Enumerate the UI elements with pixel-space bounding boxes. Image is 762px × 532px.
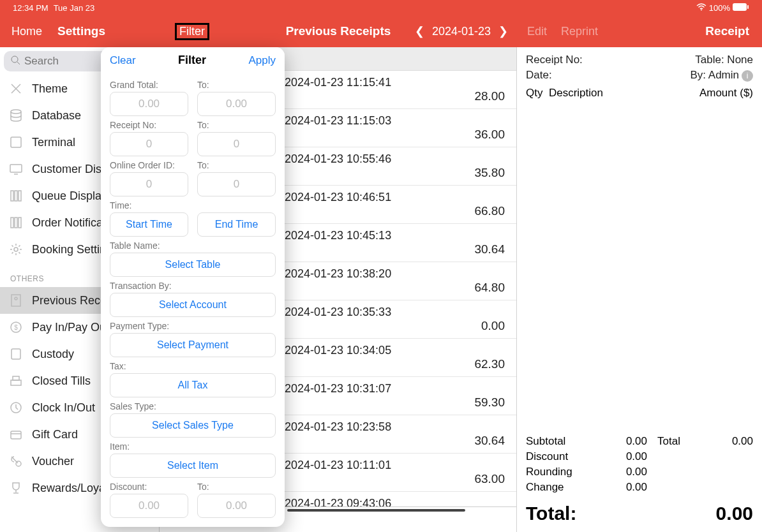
transaction-by-label: Transaction By:	[110, 281, 276, 291]
edit-button[interactable]: Edit	[527, 25, 547, 38]
item-label: Item:	[110, 441, 276, 452]
gift-icon	[9, 427, 23, 441]
svg-rect-13	[15, 218, 17, 228]
grand-total-to-input[interactable]: 0.00	[197, 92, 276, 116]
receipt-table-label: Table: None	[695, 54, 753, 66]
popover-title: Filter	[178, 54, 206, 67]
date-label[interactable]: 2024-01-23	[432, 25, 491, 38]
row-timestamp: 2024-01-23 10:46:51	[285, 191, 391, 204]
select-table-button[interactable]: Select Table	[110, 253, 276, 277]
battery-icon	[733, 3, 749, 13]
row-timestamp: 2024-01-23 10:55:46	[285, 152, 391, 166]
select-payment-button[interactable]: Select Payment	[110, 333, 276, 357]
svg-rect-14	[19, 218, 21, 228]
svg-rect-24	[11, 431, 21, 439]
theme-icon	[9, 82, 23, 96]
scroll-indicator[interactable]	[287, 509, 465, 512]
svg-rect-22	[13, 376, 19, 380]
info-icon[interactable]: i	[742, 70, 753, 82]
receipt-no-to-label: To:	[197, 120, 276, 130]
time-label: Time:	[110, 200, 276, 211]
rounding-value: 0.00	[609, 466, 647, 478]
voucher-icon	[9, 454, 23, 468]
display-icon	[9, 162, 23, 176]
svg-rect-10	[15, 191, 17, 201]
row-amount: 64.80	[474, 281, 505, 295]
all-tax-button[interactable]: All Tax	[110, 373, 276, 397]
clock-icon	[9, 401, 23, 415]
queue-icon	[9, 189, 23, 203]
online-id-to-label: To:	[197, 160, 276, 170]
svg-rect-21	[11, 380, 21, 385]
row-timestamp: 2024-01-23 10:34:05	[285, 344, 391, 357]
receipt-no-from-input[interactable]: 0	[110, 132, 188, 156]
svg-rect-9	[11, 191, 13, 201]
grand-total-to-label: To:	[197, 80, 276, 90]
sales-type-label: Sales Type:	[110, 401, 276, 411]
status-time: 12:34 PM	[13, 3, 49, 13]
svg-rect-16	[11, 295, 20, 306]
svg-line-4	[17, 62, 20, 64]
row-amount: 36.00	[474, 128, 505, 142]
receipt-icon	[9, 293, 23, 307]
custody-icon	[9, 347, 23, 361]
online-id-from-label: Online Order ID:	[110, 160, 188, 170]
select-sales-type-button[interactable]: Select Sales Type	[110, 413, 276, 438]
grand-total-value: 0.00	[716, 503, 753, 524]
row-amount: 28.00	[474, 89, 505, 103]
reprint-button[interactable]: Reprint	[561, 25, 598, 38]
status-bar: 12:34 PM Tue Jan 23 100%	[0, 0, 762, 15]
next-day-button[interactable]: ❯	[498, 24, 508, 38]
discount-from-input[interactable]: 0.00	[110, 494, 188, 518]
row-amount: 63.00	[474, 472, 505, 486]
svg-rect-7	[10, 165, 22, 172]
apply-button[interactable]: Apply	[248, 54, 276, 67]
gear-icon	[9, 242, 23, 256]
select-item-button[interactable]: Select Item	[110, 454, 276, 478]
grand-total-label: Total:	[526, 503, 576, 524]
row-amount: 30.64	[474, 242, 505, 256]
row-timestamp: 2024-01-23 11:15:03	[285, 114, 391, 128]
terminal-icon	[9, 135, 23, 149]
total-value: 0.00	[708, 435, 753, 448]
total-label: Total	[657, 435, 708, 448]
page-title: Previous Receipts	[286, 24, 391, 38]
app-header: Home Settings Filter Previous Receipts ❮…	[0, 15, 762, 47]
svg-point-15	[14, 248, 18, 251]
change-value: 0.00	[609, 481, 647, 494]
end-time-button[interactable]: End Time	[197, 212, 276, 237]
svg-rect-1	[733, 3, 747, 11]
svg-rect-6	[11, 137, 21, 147]
trophy-icon	[9, 481, 23, 495]
online-id-to-input[interactable]: 0	[197, 172, 276, 196]
grand-total-from-label: Grand Total:	[110, 80, 188, 90]
database-icon	[9, 108, 23, 122]
home-button[interactable]: Home	[11, 25, 42, 38]
svg-point-17	[15, 297, 17, 300]
filter-popover: Clear Filter Apply Grand Total:0.00 To:0…	[101, 47, 285, 527]
select-account-button[interactable]: Select Account	[110, 293, 276, 317]
svg-point-3	[11, 56, 18, 63]
settings-title: Settings	[57, 24, 105, 38]
row-amount: 62.30	[474, 357, 505, 371]
row-amount: 59.30	[474, 395, 505, 410]
clear-button[interactable]: Clear	[110, 54, 136, 67]
prev-day-button[interactable]: ❮	[415, 24, 424, 38]
discount-to-input[interactable]: 0.00	[197, 494, 276, 518]
battery-percent: 100%	[709, 3, 730, 13]
online-id-from-input[interactable]: 0	[110, 172, 188, 196]
grand-total-from-input[interactable]: 0.00	[110, 92, 188, 116]
discount-label: Discount	[526, 450, 609, 463]
filter-button[interactable]: Filter	[175, 23, 209, 40]
start-time-button[interactable]: Start Time	[110, 212, 188, 237]
subtotal-label: Subtotal	[526, 435, 609, 448]
col-description: Description	[549, 87, 603, 99]
row-timestamp: 2024-01-23 10:31:07	[285, 382, 391, 395]
till-icon	[9, 374, 23, 388]
discount-value: 0.00	[609, 450, 647, 463]
receipt-tab[interactable]: Receipt	[703, 24, 752, 38]
row-timestamp: 2024-01-23 10:35:33	[285, 306, 391, 319]
row-timestamp: 2024-01-23 09:43:06	[285, 497, 391, 506]
svg-text:$: $	[14, 324, 18, 331]
receipt-no-to-input[interactable]: 0	[197, 132, 276, 156]
